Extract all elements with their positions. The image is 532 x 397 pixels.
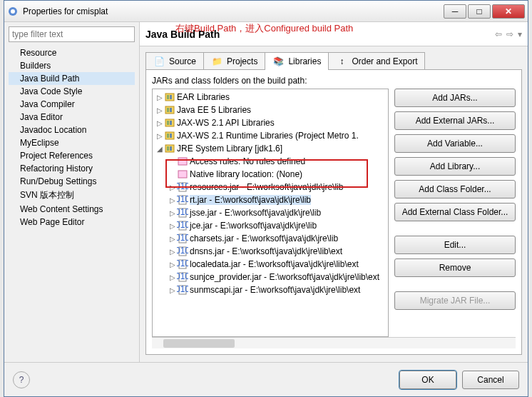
- expander-icon[interactable]: ▷: [155, 119, 164, 127]
- cancel-button[interactable]: Cancel: [462, 371, 519, 389]
- node-icon: 010: [177, 258, 188, 270]
- instruction-label: JARs and class folders on the build path…: [152, 76, 516, 86]
- library-node[interactable]: ▷EAR Libraries: [154, 91, 387, 104]
- category-item[interactable]: Java Compiler: [9, 98, 135, 111]
- svg-text:010: 010: [177, 233, 188, 243]
- library-buttons: Add JARs...Add External JARs...Add Varia…: [394, 89, 516, 337]
- node-icon: 010: [177, 220, 188, 231]
- jar-node[interactable]: ▷010sunmscapi.jar - E:\worksoft\java\jdk…: [154, 283, 387, 296]
- category-item[interactable]: Project References: [9, 149, 135, 162]
- library-property-node[interactable]: Native library location: (None): [154, 168, 387, 181]
- add-class-folder-button[interactable]: Add Class Folder...: [394, 180, 516, 198]
- category-item[interactable]: Java Code Style: [9, 85, 135, 98]
- tab-libraries[interactable]: 📚Libraries: [265, 52, 329, 70]
- svg-text:010: 010: [177, 194, 188, 204]
- node-label: Access rules: No rules defined: [190, 156, 305, 166]
- expander-icon[interactable]: ▷: [168, 286, 177, 294]
- tab-icon: 📚: [272, 56, 284, 67]
- node-label: rt.jar - E:\worksoft\java\jdk\jre\lib: [190, 195, 311, 205]
- category-item[interactable]: Javadoc Location: [9, 124, 135, 136]
- expander-icon[interactable]: ▷: [168, 248, 177, 256]
- node-icon: [164, 143, 175, 154]
- forward-icon[interactable]: ⇨: [506, 29, 513, 39]
- jar-node[interactable]: ▷010charsets.jar - E:\worksoft\java\jdk\…: [154, 232, 387, 245]
- node-label: JAX-WS 2.1 API Libraries: [177, 118, 275, 128]
- jar-node[interactable]: ▷010rt.jar - E:\worksoft\java\jdk\jre\li…: [154, 194, 387, 206]
- tab-projects[interactable]: 📁Projects: [203, 52, 265, 70]
- back-icon[interactable]: ⇦: [495, 29, 502, 39]
- libraries-tree[interactable]: ▷EAR Libraries▷Java EE 5 Libraries▷JAX-W…: [152, 89, 389, 337]
- expander-icon[interactable]: ◢: [155, 145, 164, 153]
- node-label: charsets.jar - E:\worksoft\java\jdk\jre\…: [190, 233, 338, 243]
- svg-rect-12: [167, 134, 169, 138]
- remove-button[interactable]: Remove: [394, 258, 516, 277]
- node-label: sunmscapi.jar - E:\worksoft\java\jdk\jre…: [190, 285, 360, 295]
- maximize-button[interactable]: □: [468, 4, 491, 19]
- tab-icon: 📄: [153, 56, 165, 67]
- close-button[interactable]: ✕: [492, 4, 525, 19]
- expander-icon[interactable]: ▷: [155, 132, 164, 140]
- category-item[interactable]: Run/Debug Settings: [9, 175, 135, 188]
- window-title: Properties for cmisplat: [23, 6, 444, 16]
- page-header: Java Build Path ⇦ ⇨ ▾: [140, 22, 528, 46]
- add-jars-button[interactable]: Add JARs...: [394, 89, 516, 107]
- svg-text:010: 010: [177, 284, 188, 294]
- library-property-node[interactable]: Access rules: No rules defined: [154, 155, 387, 168]
- library-node[interactable]: ▷JAX-WS 2.1 API Libraries: [154, 116, 387, 129]
- svg-text:010: 010: [177, 220, 188, 230]
- category-list[interactable]: ResourceBuildersJava Build PathJava Code…: [9, 46, 135, 358]
- tab-order-and-export[interactable]: ↕Order and Export: [328, 52, 425, 70]
- svg-rect-3: [167, 95, 169, 99]
- category-item[interactable]: Refactoring History: [9, 162, 135, 175]
- library-node[interactable]: ▷Java EE 5 Libraries: [154, 104, 387, 116]
- tab-icon: ↕: [336, 56, 347, 67]
- category-item[interactable]: Web Page Editor: [9, 216, 135, 228]
- jar-node[interactable]: ▷010sunjce_provider.jar - E:\worksoft\ja…: [154, 271, 387, 283]
- category-item[interactable]: Java Build Path: [9, 72, 135, 85]
- category-item[interactable]: Resource: [9, 46, 135, 59]
- category-item[interactable]: SVN 版本控制: [9, 188, 135, 203]
- jar-node[interactable]: ▷010resources.jar - E:\worksoft\java\jdk…: [154, 181, 387, 194]
- node-label: jsse.jar - E:\worksoft\java\jdk\jre\lib: [190, 208, 321, 218]
- tab-label: Source: [169, 56, 196, 66]
- help-button[interactable]: ?: [13, 371, 30, 388]
- add-external-jars-button[interactable]: Add External JARs...: [394, 111, 516, 130]
- jar-node[interactable]: ▷010dnsns.jar - E:\worksoft\java\jdk\jre…: [154, 245, 387, 258]
- category-item[interactable]: Java Editor: [9, 111, 135, 124]
- expander-icon[interactable]: ▷: [168, 261, 177, 268]
- edit-button[interactable]: Edit...: [394, 236, 516, 254]
- minimize-button[interactable]: ─: [444, 4, 466, 19]
- jar-node[interactable]: ▷010jsse.jar - E:\worksoft\java\jdk\jre\…: [154, 206, 387, 219]
- expander-icon[interactable]: ▷: [155, 106, 164, 114]
- jar-node[interactable]: ▷010jce.jar - E:\worksoft\java\jdk\jre\l…: [154, 219, 387, 232]
- expander-icon[interactable]: ▷: [168, 235, 177, 243]
- category-sidebar: ResourceBuildersJava Build PathJava Code…: [4, 22, 140, 362]
- expander-icon[interactable]: ▷: [168, 273, 177, 281]
- category-item[interactable]: Builders: [9, 59, 135, 72]
- expander-icon[interactable]: ▷: [168, 209, 177, 217]
- node-icon: [164, 91, 175, 103]
- jar-node[interactable]: ▷010localedata.jar - E:\worksoft\java\jd…: [154, 258, 387, 271]
- expander-icon[interactable]: ▷: [168, 196, 177, 204]
- add-library-button[interactable]: Add Library...: [394, 157, 516, 176]
- svg-rect-17: [178, 158, 187, 165]
- library-node[interactable]: ▷JAX-WS 2.1 Runtime Libraries (Project M…: [154, 129, 387, 142]
- expander-icon[interactable]: ▷: [168, 184, 177, 191]
- horizontal-scrollbar[interactable]: [152, 337, 516, 348]
- category-item[interactable]: MyEclipse: [9, 136, 135, 149]
- filter-input[interactable]: [9, 26, 135, 42]
- add-external-class-folder-button[interactable]: Add External Class Folder...: [394, 203, 516, 221]
- expander-icon[interactable]: ▷: [168, 222, 177, 230]
- add-variable-button[interactable]: Add Variable...: [394, 134, 516, 153]
- category-item[interactable]: Web Content Settings: [9, 203, 135, 216]
- tab-label: Order and Export: [352, 56, 417, 66]
- node-icon: [177, 156, 188, 167]
- tab-source[interactable]: 📄Source: [145, 52, 204, 70]
- menu-chevron-icon[interactable]: ▾: [518, 29, 522, 39]
- svg-text:010: 010: [177, 207, 188, 217]
- expander-icon[interactable]: ▷: [155, 94, 164, 101]
- svg-text:010: 010: [177, 258, 188, 268]
- ok-button[interactable]: OK: [399, 371, 456, 389]
- svg-rect-10: [170, 121, 172, 125]
- jre-system-library-node[interactable]: ◢JRE System Library [jdk1.6]: [154, 142, 387, 155]
